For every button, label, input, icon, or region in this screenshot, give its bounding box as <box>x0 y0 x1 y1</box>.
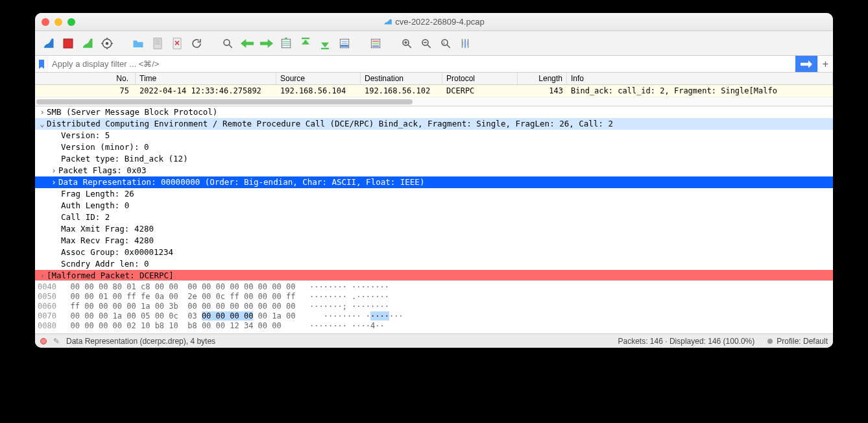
packet-list-pane[interactable]: No. Time Source Destination Protocol Len… <box>35 73 833 106</box>
tree-version-minor[interactable]: Version (minor): 0 <box>35 141 833 153</box>
tree-packet-flags[interactable]: ›Packet Flags: 0x03 <box>35 165 833 176</box>
col-header-length[interactable]: Length <box>518 73 567 84</box>
wireshark-fin-icon <box>383 18 392 27</box>
packet-protocol: DCERPC <box>442 85 518 97</box>
minimize-button[interactable] <box>54 18 62 26</box>
window-title: cve-2022-26809-4.pcap <box>35 17 833 27</box>
tree-dcerpc[interactable]: ⌄Distributed Computing Environment / Rem… <box>35 118 833 130</box>
filter-apply-button[interactable] <box>795 56 817 72</box>
close-button[interactable] <box>42 18 49 26</box>
packet-list-headers[interactable]: No. Time Source Destination Protocol Len… <box>35 73 833 85</box>
hex-row: 0080 00 00 00 00 02 10 b8 10 b8 00 00 12… <box>38 321 830 331</box>
stop-capture-icon[interactable] <box>60 35 77 52</box>
save-file-icon[interactable] <box>149 35 166 52</box>
svg-line-13 <box>229 45 232 48</box>
find-icon[interactable] <box>219 35 236 52</box>
go-to-packet-icon[interactable] <box>278 35 295 52</box>
svg-line-29 <box>408 45 411 48</box>
col-header-protocol[interactable]: Protocol <box>442 73 518 84</box>
capture-options-icon[interactable] <box>99 35 115 52</box>
tree-max-recv[interactable]: Max Recv Frag: 4280 <box>35 235 833 247</box>
svg-rect-7 <box>154 38 162 49</box>
tree-version[interactable]: Version: 5 <box>35 130 833 141</box>
restart-capture-icon[interactable] <box>79 35 96 52</box>
display-filter-input[interactable] <box>48 56 795 72</box>
svg-point-12 <box>224 40 230 45</box>
svg-rect-27 <box>372 45 380 47</box>
svg-point-2 <box>106 42 109 45</box>
go-last-icon[interactable] <box>317 35 333 52</box>
tree-smb[interactable]: ›SMB (Server Message Block Protocol) <box>35 106 833 118</box>
auto-scroll-icon[interactable] <box>336 35 353 52</box>
packet-details-pane[interactable]: ›SMB (Server Message Block Protocol) ⌄Di… <box>35 106 833 280</box>
shark-fin-icon[interactable] <box>40 35 57 52</box>
tree-auth-len[interactable]: Auth Length: 0 <box>35 200 833 212</box>
packet-no: 75 <box>35 85 136 97</box>
zoom-in-icon[interactable] <box>398 35 415 52</box>
tree-call-id[interactable]: Call ID: 2 <box>35 212 833 223</box>
svg-rect-25 <box>372 40 380 42</box>
col-header-time[interactable]: Time <box>136 73 276 84</box>
expert-info-icon[interactable] <box>40 338 47 344</box>
svg-text:1: 1 <box>443 40 446 44</box>
col-header-no[interactable]: No. <box>35 73 136 84</box>
display-filter-bar: + <box>35 56 833 73</box>
status-profile[interactable]: Profile: Default <box>777 337 828 346</box>
packet-list-scrollbar[interactable] <box>35 97 833 106</box>
tree-data-representation[interactable]: ›Data Representation: 00000000 (Order: B… <box>35 176 833 188</box>
packet-source: 192.168.56.104 <box>276 85 361 97</box>
edit-icon[interactable]: ✎ <box>53 337 60 346</box>
tree-packet-type[interactable]: Packet type: Bind_ack (12) <box>35 153 833 165</box>
svg-rect-23 <box>341 45 348 47</box>
tree-scndry[interactable]: Scndry Addr len: 0 <box>35 258 833 270</box>
svg-rect-26 <box>372 43 380 44</box>
reload-icon[interactable] <box>188 35 205 52</box>
packet-row[interactable]: 75 2022-04-14 12:33:46.275892 192.168.56… <box>35 85 833 97</box>
hex-row: 0070 00 00 00 1a 00 05 00 0c 03 00 00 00… <box>38 311 830 321</box>
go-forward-icon[interactable] <box>258 35 275 52</box>
packet-destination: 192.168.56.102 <box>361 85 442 97</box>
packet-length: 143 <box>518 85 567 97</box>
packet-info: Bind_ack: call_id: 2, Fragment: Single[M… <box>567 85 833 97</box>
hex-row: 0060 ff 00 00 00 00 1a 00 3b 00 00 00 00… <box>38 302 830 311</box>
go-back-icon[interactable] <box>239 35 256 52</box>
col-header-source[interactable]: Source <box>276 73 361 84</box>
packet-time: 2022-04-14 12:33:46.275892 <box>136 85 276 97</box>
tree-malformed[interactable]: ›[Malformed Packet: DCERPC] <box>35 270 833 280</box>
svg-rect-18 <box>302 38 309 39</box>
go-first-icon[interactable] <box>297 35 314 52</box>
close-file-icon[interactable] <box>169 35 186 52</box>
svg-rect-0 <box>64 39 73 48</box>
zoom-out-icon[interactable] <box>418 35 435 52</box>
window-controls <box>42 18 75 26</box>
hex-row: 0040 00 00 00 80 01 c8 00 00 00 00 00 00… <box>38 282 830 292</box>
status-bar: ✎ Data Representation (dcerpc.drep), 4 b… <box>35 333 833 348</box>
svg-line-36 <box>447 45 450 48</box>
col-header-info[interactable]: Info <box>567 73 833 84</box>
tree-assoc[interactable]: Assoc Group: 0x00001234 <box>35 247 833 258</box>
profile-dot-icon <box>767 339 773 344</box>
hex-row: 0050 00 00 01 00 ff fe 0a 00 2e 00 0c ff… <box>38 292 830 302</box>
filter-add-button[interactable]: + <box>817 56 833 72</box>
col-header-destination[interactable]: Destination <box>361 73 442 84</box>
filter-bookmark-icon[interactable] <box>35 56 48 72</box>
main-toolbar: 1 <box>35 31 833 56</box>
colorize-icon[interactable] <box>367 35 384 52</box>
status-field: Data Representation (dcerpc.drep), 4 byt… <box>66 337 215 346</box>
tree-max-xmit[interactable]: Max Xmit Frag: 4280 <box>35 223 833 235</box>
app-window: cve-2022-26809-4.pcap <box>35 13 833 348</box>
svg-rect-19 <box>321 47 329 49</box>
status-packets: Packets: 146 · Displayed: 146 (100.0%) <box>618 337 755 346</box>
tree-frag-len[interactable]: Frag Length: 26 <box>35 188 833 200</box>
titlebar: cve-2022-26809-4.pcap <box>35 13 833 31</box>
packet-bytes-pane[interactable]: 0040 00 00 00 80 01 c8 00 00 00 00 00 00… <box>35 280 833 333</box>
open-file-icon[interactable] <box>130 35 147 52</box>
svg-line-33 <box>428 45 431 48</box>
resize-columns-icon[interactable] <box>457 35 474 52</box>
zoom-reset-icon[interactable]: 1 <box>437 35 454 52</box>
zoom-button[interactable] <box>67 18 75 26</box>
